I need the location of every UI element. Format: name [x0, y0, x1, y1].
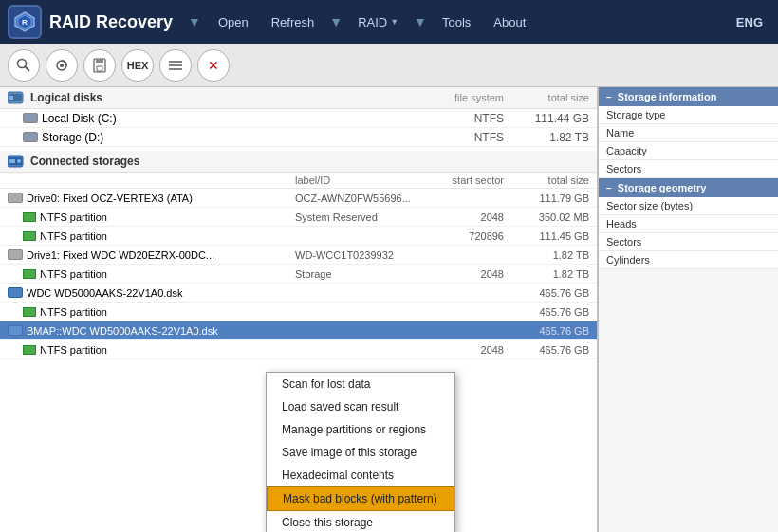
logical-disk-c-icon: [23, 113, 38, 123]
save-button[interactable]: [83, 49, 116, 82]
menu-separator3: ▼: [414, 14, 427, 29]
logical-disk-c[interactable]: Local Disk (C:) NTFS 111.44 GB: [0, 109, 597, 128]
ntfs5-sector: 2048: [418, 344, 504, 356]
bmap-size: 465.76 GB: [504, 325, 589, 337]
ntfs5-name: NTFS partition: [40, 344, 295, 356]
logical-disk-c-name: Local Disk (C:): [42, 112, 409, 125]
ntfs4-name: NTFS partition: [40, 306, 295, 318]
wdc1-icon: [8, 287, 23, 298]
scan-button[interactable]: [46, 49, 78, 82]
info-sectors: Sectors: [599, 160, 778, 178]
storage-ntfs3[interactable]: NTFS partition Storage 2048 1.82 TB: [0, 265, 597, 284]
ctx-hex[interactable]: Hexadecimal contents: [267, 464, 454, 486]
svg-point-18: [17, 159, 21, 163]
drive0-icon: [8, 193, 23, 203]
info-heads-label: Heads: [606, 218, 637, 229]
toolbar: HEX ✕: [0, 44, 778, 87]
drive1-name: Drive1: Fixed WDC WD20EZRX-00DC...: [27, 249, 295, 261]
svg-rect-19: [9, 159, 15, 163]
ctx-load[interactable]: Load saved scan result: [267, 395, 454, 418]
bmap-icon: [8, 325, 23, 336]
storage-drive0[interactable]: Drive0: Fixed OCZ-VERTEX3 (ATA) OCZ-AWNZ…: [0, 189, 597, 208]
storage-geometry-label: Storage geometry: [618, 182, 707, 193]
logical-disk-d-fs: NTFS: [409, 131, 504, 144]
menu-refresh[interactable]: Refresh: [262, 11, 324, 33]
menu-about[interactable]: About: [484, 11, 535, 33]
ntfs3-size: 1.82 TB: [504, 268, 589, 280]
language-selector[interactable]: ENG: [729, 11, 770, 33]
wdc1-name: WDC WD5000AAKS-22V1A0.dsk: [27, 287, 295, 299]
info-storage-type: Storage type: [599, 106, 778, 124]
storage-info-collapse[interactable]: −: [606, 92, 612, 102]
drive0-label: OCZ-AWNZ0FW55696...: [295, 193, 418, 204]
svg-point-3: [18, 59, 27, 67]
ntfs1-size: 350.02 MB: [504, 211, 589, 223]
ntfs2-sector: 720896: [418, 230, 504, 242]
raid-arrow: ▼: [390, 17, 398, 27]
menu-raid[interactable]: RAID ▼: [348, 11, 408, 33]
ntfs5-size: 465.76 GB: [504, 344, 589, 356]
ctx-save-image[interactable]: Save image of this storage: [267, 441, 454, 464]
ntfs2-size: 111.45 GB: [504, 230, 589, 242]
ntfs1-name: NTFS partition: [40, 211, 295, 223]
menu-separator1: ▼: [188, 14, 201, 29]
logical-disk-d[interactable]: Storage (D:) NTFS 1.82 TB: [0, 128, 597, 147]
hex-button[interactable]: HEX: [121, 49, 154, 82]
storage-ntfs4[interactable]: NTFS partition 465.76 GB: [0, 303, 597, 321]
storage-geometry-header: − Storage geometry: [599, 178, 778, 197]
menu-open[interactable]: Open: [209, 11, 258, 33]
ctx-close-storage[interactable]: Close this storage: [267, 511, 454, 532]
drive0-size: 111.79 GB: [504, 193, 589, 204]
svg-rect-9: [97, 66, 102, 71]
storage-wdc1[interactable]: WDC WD5000AAKS-22V1A0.dsk 465.76 GB: [0, 284, 597, 303]
col-total-size: total size: [504, 174, 589, 186]
storage-drive1[interactable]: Drive1: Fixed WDC WD20EZRX-00DC... WD-WC…: [0, 246, 597, 265]
ntfs3-icon: [23, 269, 36, 279]
ntfs4-size: 465.76 GB: [504, 306, 589, 318]
storage-ntfs2[interactable]: NTFS partition 720896 111.45 GB: [0, 227, 597, 246]
storage-ntfs1[interactable]: NTFS partition System Reserved 2048 350.…: [0, 208, 597, 227]
svg-rect-15: [9, 96, 13, 100]
close-button[interactable]: ✕: [197, 49, 230, 82]
connected-storages-label: Connected storages: [30, 155, 139, 168]
info-sector-size: Sector size (bytes): [599, 197, 778, 215]
wdc1-size: 465.76 GB: [504, 287, 589, 299]
right-panel: − Storage information Storage type Name …: [598, 87, 778, 532]
storage-geometry-collapse[interactable]: −: [606, 183, 612, 193]
info-capacity: Capacity: [599, 142, 778, 160]
search-button[interactable]: [8, 49, 40, 82]
storage-bmap[interactable]: BMAP::WDC WD5000AAKS-22V1A0.dsk 465.76 G…: [0, 321, 597, 340]
main-area: Logical disks file system total size Loc…: [0, 87, 778, 532]
info-cylinders: Cylinders: [599, 251, 778, 269]
ntfs5-icon: [23, 345, 36, 355]
storage-info-label: Storage information: [618, 91, 717, 102]
ntfs2-icon: [23, 231, 36, 241]
col-label: label/ID: [295, 174, 418, 186]
context-menu: Scan for lost data Load saved scan resul…: [266, 372, 455, 532]
ctx-scan[interactable]: Scan for lost data: [267, 373, 454, 395]
drive1-icon: [8, 249, 23, 260]
drive1-size: 1.82 TB: [504, 249, 589, 261]
ctx-manage[interactable]: Manage partitions or regions: [267, 418, 454, 441]
logical-disk-d-size: 1.82 TB: [504, 131, 589, 144]
logical-disks-header: Logical disks file system total size: [0, 87, 597, 109]
info-name-label: Name: [606, 127, 634, 138]
info-sectors-geo-label: Sectors: [606, 236, 641, 248]
drive0-name: Drive0: Fixed OCZ-VERTEX3 (ATA): [27, 193, 295, 204]
svg-rect-8: [96, 59, 103, 63]
logical-disk-c-fs: NTFS: [409, 112, 504, 125]
svg-text:R: R: [22, 18, 28, 27]
bmap-name: BMAP::WDC WD5000AAKS-22V1A0.dsk: [27, 325, 295, 337]
storage-ntfs5[interactable]: NTFS partition 2048 465.76 GB: [0, 340, 597, 359]
info-cylinders-label: Cylinders: [606, 254, 650, 266]
svg-line-4: [26, 66, 30, 71]
menu-tools[interactable]: Tools: [433, 11, 480, 33]
app-logo: R: [8, 5, 42, 39]
list-button[interactable]: [159, 49, 192, 82]
ctx-mask-bad[interactable]: Mask bad blocks (with pattern): [267, 486, 454, 511]
ntfs3-name: NTFS partition: [40, 268, 295, 280]
ntfs3-label: Storage: [295, 268, 418, 280]
app-title: RAID Recovery: [49, 12, 173, 32]
drive1-label: WD-WCC1T0239932: [295, 249, 418, 261]
info-name: Name: [599, 124, 778, 142]
